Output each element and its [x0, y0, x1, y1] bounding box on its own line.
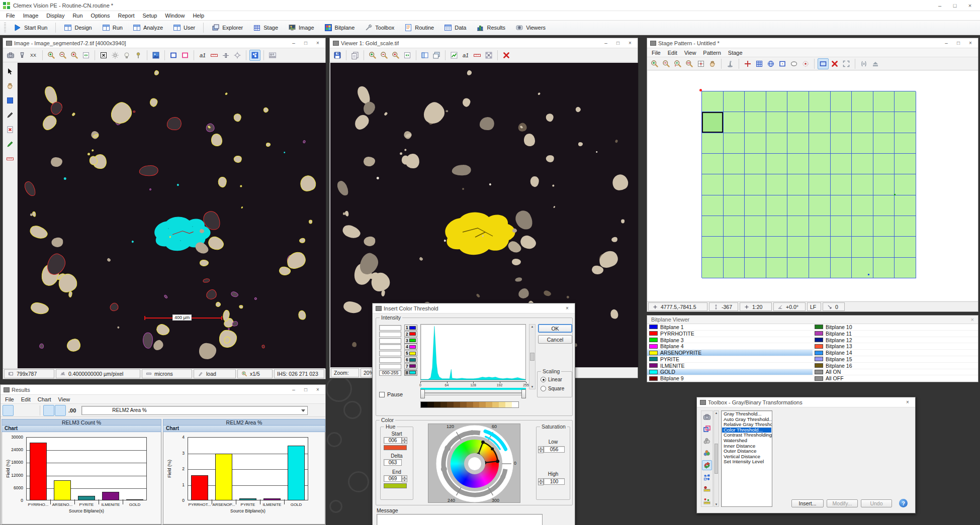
stage-grid-cell[interactable] [787, 174, 809, 195]
stage-grid-cell[interactable] [745, 216, 766, 237]
bitplane-row-bitplane-9[interactable]: Bitplane 9 [647, 375, 813, 382]
ellipse-icon[interactable] [788, 58, 799, 69]
toolbar-button-routine[interactable]: Routine [400, 22, 438, 34]
stage-grid-cell[interactable] [787, 112, 809, 133]
stage-grid-cell[interactable] [702, 258, 724, 278]
stage-grid-cell[interactable] [831, 174, 852, 195]
menu-item-report[interactable]: Report [114, 12, 139, 20]
strip-scrollbar[interactable]: ▲ ▼ [714, 410, 719, 507]
magpt-icon[interactable] [672, 58, 683, 69]
toolbar-button-analyze[interactable]: Analyze [128, 22, 167, 34]
stage-canvas[interactable] [648, 71, 978, 301]
stage-grid-cell[interactable] [724, 258, 745, 278]
pencilg-tool-icon[interactable] [5, 139, 16, 150]
ok-button[interactable]: OK [538, 324, 572, 333]
decimal-format-label[interactable]: .00 [66, 407, 78, 413]
stage-grid-cell[interactable] [831, 258, 852, 278]
parens-icon[interactable] [858, 58, 869, 69]
pause-checkbox[interactable]: Pause [379, 391, 403, 397]
range-field-5[interactable] [379, 351, 401, 356]
menu-item-file[interactable]: File [2, 12, 19, 20]
stage-grid-cell[interactable] [831, 237, 852, 257]
bluesq-tool-icon[interactable] [5, 95, 16, 106]
stage-grid-cell[interactable] [766, 174, 788, 195]
stage-grid-cell[interactable] [766, 216, 788, 237]
hand-icon[interactable] [707, 58, 718, 69]
stage-grid-cell[interactable] [745, 91, 766, 112]
expand-icon[interactable] [841, 58, 852, 69]
range-field-4[interactable] [379, 344, 401, 350]
stage-grid-cell[interactable] [852, 174, 873, 195]
stage-menu-item-pattern[interactable]: Pattern [699, 49, 724, 56]
image-canvas[interactable]: 400 µm [18, 63, 326, 369]
hue-start-field[interactable]: 006 [384, 437, 402, 444]
bitplane-select-button-5[interactable]: 5 [404, 350, 417, 356]
stage-grid-cell[interactable] [873, 237, 895, 257]
stage-grid-cell[interactable] [831, 112, 852, 133]
minimize-button[interactable]: – [288, 386, 299, 393]
eject-icon[interactable] [870, 58, 881, 69]
stage-grid-cell[interactable] [809, 258, 831, 278]
scroll-up-icon[interactable]: ▲ [715, 411, 718, 415]
bitplane-row-bitplane-15[interactable]: Bitplane 15 [813, 356, 978, 363]
stage-grid-cell[interactable] [873, 258, 895, 278]
saturation-high-spinner[interactable]: ▲▼ [538, 478, 544, 485]
close-button[interactable]: × [312, 386, 323, 393]
list-item-watershed[interactable]: Watershed [722, 438, 771, 444]
scroll-down-icon[interactable]: ▼ [531, 385, 534, 389]
menu-item-help[interactable]: Help [189, 12, 208, 20]
hue-delta-field[interactable]: 063 [384, 459, 402, 466]
stage-grid-cell[interactable] [787, 91, 809, 112]
stage-grid-cell[interactable] [895, 258, 916, 278]
ruler-tool-icon[interactable] [5, 153, 16, 164]
viewer-window-titlebar[interactable]: Viewer 1: Gold_scale.tif – □ × [330, 38, 638, 48]
bitplane-row-bitplane-11[interactable]: Bitplane 11 [813, 331, 978, 337]
stage-grid-cell[interactable] [766, 112, 788, 133]
measure-icon[interactable] [267, 50, 278, 61]
camera-category-icon[interactable] [702, 412, 712, 422]
stage-grid-cell[interactable] [724, 112, 745, 133]
framecross-icon[interactable] [695, 58, 706, 69]
minimize-button[interactable]: – [600, 39, 611, 47]
toolbar-button-image[interactable]: Image [284, 22, 319, 34]
stage-grid-cell[interactable] [724, 216, 745, 237]
bitplane-row-ilmenite[interactable]: ILMENITE [647, 363, 813, 369]
bitplane-select-button-1[interactable]: 1 [404, 325, 417, 331]
pencil-tool-icon[interactable] [5, 110, 16, 121]
redx-icon[interactable] [501, 50, 512, 61]
close-icon[interactable]: × [971, 317, 974, 323]
bitplane-row-all-off[interactable]: All OFF [813, 375, 978, 382]
menu-item-setup[interactable]: Setup [139, 12, 161, 20]
threshold-dialog-titlebar[interactable]: Insert Color Threshold × [373, 303, 575, 313]
bitplane-row-arsenopyrite[interactable]: ARSENOPYRITE [647, 350, 813, 356]
netblue-category-icon[interactable] [702, 472, 712, 482]
grid-icon[interactable] [754, 58, 765, 69]
stage-grid-cell[interactable] [852, 154, 873, 174]
scroll-down-icon[interactable]: ▼ [715, 502, 718, 506]
a1-icon[interactable]: a1 [197, 50, 208, 61]
stage-grid-cell[interactable] [895, 112, 916, 133]
stage-grid-cell[interactable] [766, 91, 788, 112]
close-button[interactable]: × [312, 39, 323, 47]
stage-grid-cell[interactable] [766, 154, 788, 174]
app-minimize-button[interactable]: – [933, 1, 947, 10]
stage-grid-cell[interactable] [724, 154, 745, 174]
bitplane-select-button-6[interactable]: 6 [404, 357, 417, 363]
bitplane-select-button-7[interactable]: 7 [404, 363, 417, 369]
chartg-icon[interactable] [449, 50, 460, 61]
camera-icon[interactable] [5, 50, 16, 61]
stage-grid-cell[interactable] [852, 216, 873, 237]
stage-grid-cell[interactable] [702, 237, 724, 257]
hue-wheel-panel[interactable]: 120 60 240 300 0 [428, 424, 520, 503]
minimize-button[interactable]: – [288, 39, 299, 47]
menu-item-image[interactable]: Image [19, 12, 43, 20]
list-item-gray-threshold[interactable]: Gray Threshold... [722, 411, 771, 417]
bitplane-select-button-4[interactable]: 4 [404, 344, 417, 350]
stage-menu-item-view[interactable]: View [681, 49, 700, 56]
magp-icon[interactable] [367, 50, 378, 61]
stage-grid-cell[interactable] [873, 216, 895, 237]
stage-grid-cell[interactable] [809, 237, 831, 257]
scroll-up-icon[interactable]: ▲ [531, 325, 534, 329]
chart-view-button[interactable] [3, 405, 14, 416]
close-button[interactable]: × [965, 39, 976, 47]
